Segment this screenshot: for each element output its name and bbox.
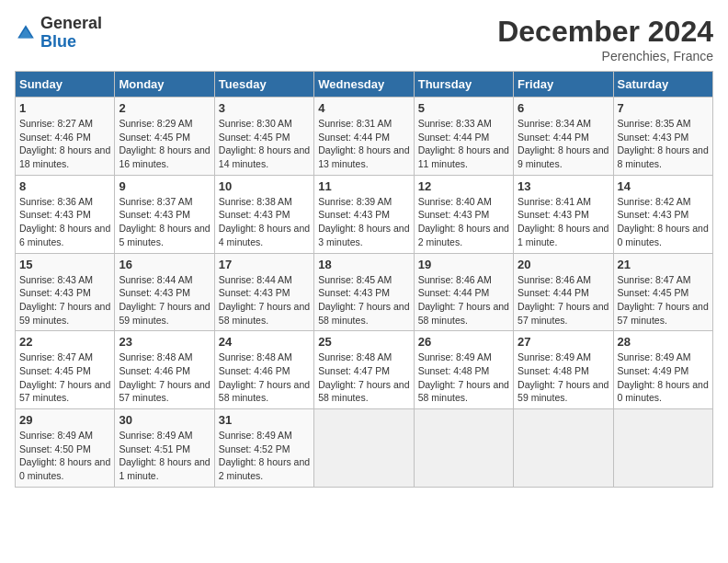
- day-number: 4: [318, 101, 409, 115]
- day-number: 21: [618, 258, 709, 271]
- day-number: 6: [518, 101, 609, 115]
- calendar-day-cell: 16 Sunrise: 8:44 AMSunset: 4:43 PMDaylig…: [115, 253, 214, 331]
- day-number: 10: [219, 179, 310, 193]
- day-info: Sunrise: 8:40 AMSunset: 4:43 PMDaylight:…: [418, 196, 509, 247]
- logo-text: General Blue: [40, 15, 102, 52]
- calendar-day-cell: 24 Sunrise: 8:48 AMSunset: 4:46 PMDaylig…: [214, 331, 313, 409]
- day-info: Sunrise: 8:46 AMSunset: 4:44 PMDaylight:…: [518, 274, 609, 326]
- day-info: Sunrise: 8:37 AMSunset: 4:43 PMDaylight:…: [119, 196, 210, 247]
- day-info: Sunrise: 8:47 AMSunset: 4:45 PMDaylight:…: [19, 351, 110, 403]
- day-info: Sunrise: 8:49 AMSunset: 4:48 PMDaylight:…: [518, 351, 609, 403]
- calendar-day-cell: 6 Sunrise: 8:34 AMSunset: 4:44 PMDayligh…: [514, 98, 613, 176]
- calendar-day-cell: 4 Sunrise: 8:31 AMSunset: 4:44 PMDayligh…: [314, 98, 414, 176]
- day-number: 23: [119, 335, 210, 349]
- day-info: Sunrise: 8:43 AMSunset: 4:43 PMDaylight:…: [19, 274, 110, 326]
- calendar-week-row: 1 Sunrise: 8:27 AMSunset: 4:46 PMDayligh…: [16, 98, 713, 176]
- calendar-day-cell: 22 Sunrise: 8:47 AMSunset: 4:45 PMDaylig…: [16, 331, 115, 409]
- day-number: 2: [119, 101, 210, 115]
- day-number: 27: [518, 335, 609, 349]
- day-of-week-header: Tuesday: [214, 72, 313, 98]
- calendar-day-cell: 13 Sunrise: 8:41 AMSunset: 4:43 PMDaylig…: [514, 175, 613, 253]
- day-info: Sunrise: 8:48 AMSunset: 4:46 PMDaylight:…: [119, 351, 210, 403]
- day-info: Sunrise: 8:47 AMSunset: 4:45 PMDaylight:…: [618, 274, 709, 326]
- day-of-week-header: Friday: [514, 72, 613, 98]
- day-number: 7: [618, 101, 709, 115]
- day-number: 12: [418, 179, 509, 193]
- calendar-day-cell: 12 Sunrise: 8:40 AMSunset: 4:43 PMDaylig…: [414, 175, 513, 253]
- month-title: December 2024: [497, 15, 713, 49]
- day-number: 8: [19, 179, 110, 193]
- calendar-day-cell: 25 Sunrise: 8:48 AMSunset: 4:47 PMDaylig…: [314, 331, 414, 409]
- day-number: 1: [19, 101, 110, 115]
- day-number: 14: [618, 179, 709, 193]
- day-number: 15: [19, 258, 110, 271]
- location: Perenchies, France: [497, 49, 713, 63]
- day-info: Sunrise: 8:35 AMSunset: 4:43 PMDaylight:…: [618, 118, 709, 169]
- calendar-week-row: 8 Sunrise: 8:36 AMSunset: 4:43 PMDayligh…: [16, 175, 713, 253]
- day-info: Sunrise: 8:49 AMSunset: 4:52 PMDaylight:…: [219, 430, 310, 481]
- day-number: 31: [219, 413, 310, 427]
- day-info: Sunrise: 8:38 AMSunset: 4:43 PMDaylight:…: [219, 196, 310, 247]
- logo: General Blue: [15, 15, 102, 52]
- day-number: 16: [119, 258, 210, 271]
- logo-general: General: [40, 15, 102, 33]
- day-number: 26: [418, 335, 509, 349]
- day-number: 19: [418, 258, 509, 271]
- calendar-day-cell: 23 Sunrise: 8:48 AMSunset: 4:46 PMDaylig…: [115, 331, 214, 409]
- calendar-day-cell: 27 Sunrise: 8:49 AMSunset: 4:48 PMDaylig…: [514, 331, 613, 409]
- day-info: Sunrise: 8:29 AMSunset: 4:45 PMDaylight:…: [119, 118, 210, 169]
- day-info: Sunrise: 8:49 AMSunset: 4:51 PMDaylight:…: [119, 430, 210, 481]
- day-number: 3: [219, 101, 310, 115]
- day-number: 5: [418, 101, 509, 115]
- day-info: Sunrise: 8:49 AMSunset: 4:49 PMDaylight:…: [618, 351, 709, 403]
- logo-icon: [15, 22, 37, 44]
- calendar-day-cell: [514, 409, 613, 488]
- day-info: Sunrise: 8:48 AMSunset: 4:46 PMDaylight:…: [219, 351, 310, 403]
- day-of-week-header: Monday: [115, 72, 214, 98]
- day-info: Sunrise: 8:36 AMSunset: 4:43 PMDaylight:…: [19, 196, 110, 247]
- calendar-day-cell: 21 Sunrise: 8:47 AMSunset: 4:45 PMDaylig…: [613, 253, 712, 331]
- calendar-day-cell: 7 Sunrise: 8:35 AMSunset: 4:43 PMDayligh…: [613, 98, 712, 176]
- calendar-day-cell: 28 Sunrise: 8:49 AMSunset: 4:49 PMDaylig…: [613, 331, 712, 409]
- day-info: Sunrise: 8:34 AMSunset: 4:44 PMDaylight:…: [518, 118, 609, 169]
- day-info: Sunrise: 8:33 AMSunset: 4:44 PMDaylight:…: [418, 118, 509, 169]
- calendar-day-cell: 19 Sunrise: 8:46 AMSunset: 4:44 PMDaylig…: [414, 253, 513, 331]
- calendar-week-row: 29 Sunrise: 8:49 AMSunset: 4:50 PMDaylig…: [16, 409, 713, 488]
- calendar-day-cell: 15 Sunrise: 8:43 AMSunset: 4:43 PMDaylig…: [16, 253, 115, 331]
- day-info: Sunrise: 8:49 AMSunset: 4:48 PMDaylight:…: [418, 351, 509, 403]
- calendar-day-cell: 10 Sunrise: 8:38 AMSunset: 4:43 PMDaylig…: [214, 175, 313, 253]
- page-header: General Blue December 2024 Perenchies, F…: [15, 15, 713, 63]
- calendar-day-cell: 29 Sunrise: 8:49 AMSunset: 4:50 PMDaylig…: [16, 409, 115, 488]
- day-info: Sunrise: 8:39 AMSunset: 4:43 PMDaylight:…: [318, 196, 409, 247]
- day-of-week-header: Sunday: [16, 72, 115, 98]
- calendar-day-cell: 3 Sunrise: 8:30 AMSunset: 4:45 PMDayligh…: [214, 98, 313, 176]
- title-area: December 2024 Perenchies, France: [497, 15, 713, 63]
- calendar-header-row: SundayMondayTuesdayWednesdayThursdayFrid…: [16, 72, 713, 98]
- day-number: 30: [119, 413, 210, 427]
- day-number: 17: [219, 258, 310, 271]
- day-number: 20: [518, 258, 609, 271]
- day-number: 9: [119, 179, 210, 193]
- calendar-day-cell: 17 Sunrise: 8:44 AMSunset: 4:43 PMDaylig…: [214, 253, 313, 331]
- calendar-day-cell: 14 Sunrise: 8:42 AMSunset: 4:43 PMDaylig…: [613, 175, 712, 253]
- day-number: 28: [618, 335, 709, 349]
- day-number: 18: [318, 258, 409, 271]
- day-info: Sunrise: 8:46 AMSunset: 4:44 PMDaylight:…: [418, 274, 509, 326]
- day-of-week-header: Thursday: [414, 72, 513, 98]
- calendar-day-cell: 8 Sunrise: 8:36 AMSunset: 4:43 PMDayligh…: [16, 175, 115, 253]
- day-info: Sunrise: 8:42 AMSunset: 4:43 PMDaylight:…: [618, 196, 709, 247]
- day-of-week-header: Saturday: [613, 72, 712, 98]
- calendar-day-cell: 20 Sunrise: 8:46 AMSunset: 4:44 PMDaylig…: [514, 253, 613, 331]
- logo-blue: Blue: [40, 33, 102, 52]
- calendar-day-cell: 2 Sunrise: 8:29 AMSunset: 4:45 PMDayligh…: [115, 98, 214, 176]
- calendar-day-cell: 1 Sunrise: 8:27 AMSunset: 4:46 PMDayligh…: [16, 98, 115, 176]
- day-number: 29: [19, 413, 110, 427]
- calendar-day-cell: 31 Sunrise: 8:49 AMSunset: 4:52 PMDaylig…: [214, 409, 313, 488]
- calendar-day-cell: 26 Sunrise: 8:49 AMSunset: 4:48 PMDaylig…: [414, 331, 513, 409]
- day-number: 11: [318, 179, 409, 193]
- day-info: Sunrise: 8:49 AMSunset: 4:50 PMDaylight:…: [19, 430, 110, 481]
- day-info: Sunrise: 8:44 AMSunset: 4:43 PMDaylight:…: [219, 274, 310, 326]
- calendar-day-cell: 30 Sunrise: 8:49 AMSunset: 4:51 PMDaylig…: [115, 409, 214, 488]
- day-info: Sunrise: 8:27 AMSunset: 4:46 PMDaylight:…: [19, 118, 110, 169]
- day-info: Sunrise: 8:44 AMSunset: 4:43 PMDaylight:…: [119, 274, 210, 326]
